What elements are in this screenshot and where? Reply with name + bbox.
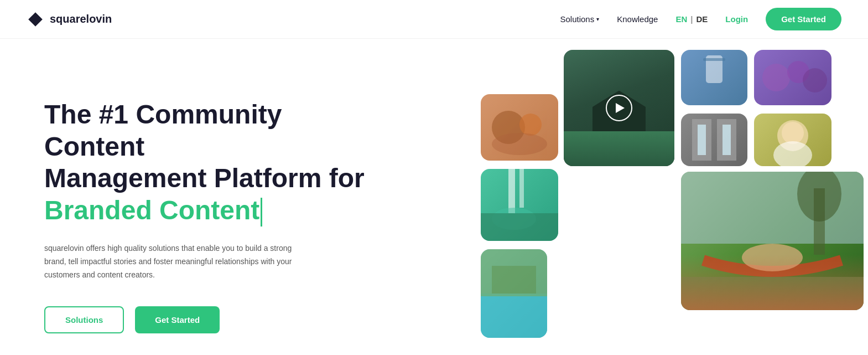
lang-de[interactable]: DE	[696, 14, 708, 24]
navbar: squarelovin Solutions ▾ Knowledge EN | D…	[0, 0, 868, 39]
photo-item	[481, 169, 558, 241]
svg-rect-20	[481, 294, 547, 338]
logo-icon	[27, 11, 44, 28]
svg-point-18	[782, 122, 804, 144]
svg-rect-10	[519, 169, 524, 208]
photo-item	[481, 94, 558, 161]
text-cursor	[261, 198, 262, 227]
knowledge-nav-link[interactable]: Knowledge	[617, 14, 658, 24]
svg-rect-16	[723, 125, 731, 155]
svg-point-28	[742, 244, 803, 271]
svg-point-19	[773, 141, 812, 166]
svg-rect-12	[481, 213, 558, 241]
logo[interactable]: squarelovin	[27, 11, 112, 28]
photo-item	[681, 114, 747, 166]
hero-content: The #1 Community Content Management Plat…	[44, 88, 376, 333]
svg-point-6	[762, 64, 790, 91]
solutions-button[interactable]: Solutions	[44, 306, 124, 333]
svg-point-2	[519, 114, 542, 136]
lang-en[interactable]: EN	[675, 14, 687, 24]
svg-point-8	[803, 68, 827, 92]
photo-item-video-main[interactable]	[564, 50, 674, 166]
photo-item	[754, 114, 831, 166]
svg-rect-29	[681, 277, 864, 310]
svg-rect-9	[508, 169, 515, 213]
hero-title: The #1 Community Content Management Plat…	[44, 99, 376, 227]
hero-image-collage	[409, 61, 824, 355]
hero-section: The #1 Community Content Management Plat…	[0, 39, 868, 355]
logo-text: squarelovin	[50, 13, 112, 25]
language-switcher: EN | DE	[675, 14, 708, 24]
svg-rect-15	[698, 125, 706, 155]
svg-rect-22	[492, 266, 536, 294]
login-link[interactable]: Login	[725, 14, 748, 24]
solutions-nav-link[interactable]: Solutions ▾	[560, 14, 599, 24]
svg-point-3	[492, 133, 547, 155]
svg-marker-0	[28, 12, 43, 27]
photo-item	[754, 50, 831, 105]
photo-item	[481, 249, 547, 338]
hero-buttons: Solutions Get Started	[44, 306, 376, 333]
lang-separator: |	[690, 14, 693, 24]
hero-get-started-button[interactable]: Get Started	[135, 306, 220, 333]
hero-title-green: Branded Content	[44, 195, 259, 225]
svg-rect-5	[703, 58, 725, 61]
hero-description: squarelovin offers high quality solution…	[44, 242, 310, 281]
chevron-down-icon: ▾	[596, 16, 599, 22]
nav-get-started-button[interactable]: Get Started	[766, 8, 841, 30]
photo-grid	[481, 50, 868, 355]
nav-links: Solutions ▾ Knowledge EN | DE Login Get …	[560, 8, 841, 30]
photo-item-large	[681, 172, 864, 310]
photo-item	[681, 50, 747, 105]
play-button-main[interactable]	[606, 95, 632, 121]
